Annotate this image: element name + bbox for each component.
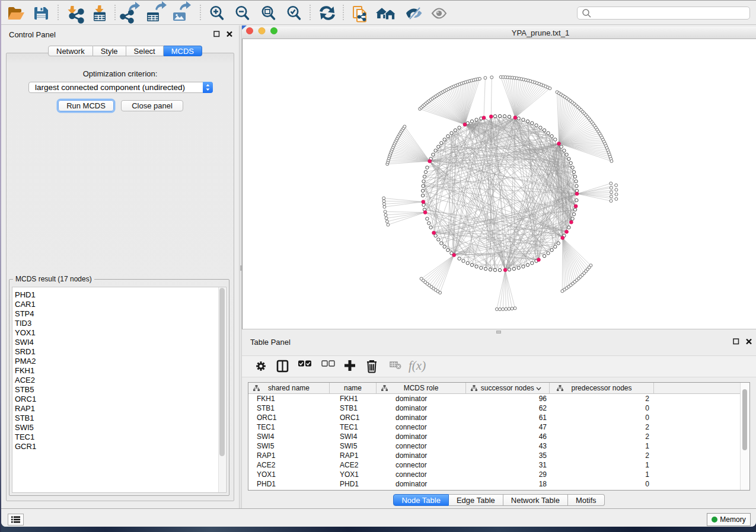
svg-text:f(x): f(x) xyxy=(409,358,426,373)
